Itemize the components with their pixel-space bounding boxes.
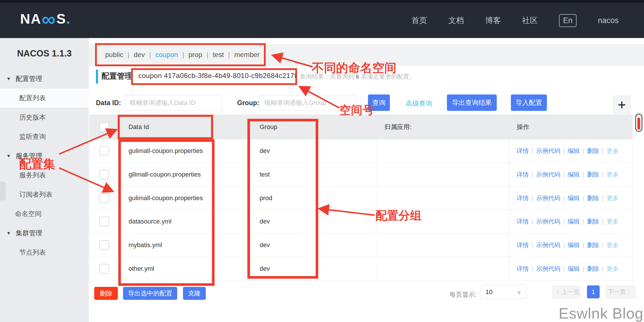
sidebar-item-config-list[interactable]: 配置列表 (0, 88, 89, 108)
sample-code-link[interactable]: 示例代码 (536, 265, 560, 273)
page-size-select[interactable]: 10 ∨ (480, 285, 527, 299)
edit-link[interactable]: 编辑 (568, 265, 580, 273)
sidebar-item-history-versions[interactable]: 历史版本 (0, 108, 89, 127)
sidebar-group-cluster-management[interactable]: ▼ 集群管理 (0, 223, 89, 243)
delete-selected-button[interactable]: 删除 (94, 287, 118, 300)
more-link[interactable]: 更多 (607, 147, 619, 155)
edit-link[interactable]: 编辑 (568, 147, 580, 155)
table-row: gulimall-coupon.properties prod 详情| 示例代码… (90, 186, 632, 210)
sample-code-link[interactable]: 示例代码 (536, 194, 560, 202)
sidebar-item-node-list[interactable]: 节点列表 (0, 243, 89, 262)
delete-link[interactable]: 删除 (587, 241, 599, 249)
namespace-tab[interactable]: member (230, 51, 264, 59)
sidebar-item-subscriber-list[interactable]: 订阅者列表 (0, 185, 89, 204)
select-all-checkbox[interactable] (99, 122, 109, 132)
watermark: Eswlnk Blog (559, 305, 643, 322)
row-checkbox[interactable] (99, 146, 109, 156)
more-link[interactable]: 更多 (607, 194, 619, 202)
row-checkbox[interactable] (99, 240, 109, 250)
current-page-button[interactable]: 1 (587, 285, 600, 298)
top-nav: 首页 文档 博客 社区 En nacos (411, 3, 619, 38)
sidebar-edge-handle[interactable] (0, 181, 6, 200)
import-config-button[interactable]: 导入配置 (511, 94, 547, 111)
action-divider: | (532, 265, 533, 272)
action-divider: | (532, 171, 533, 178)
edit-link[interactable]: 编辑 (568, 241, 580, 249)
nav-blog[interactable]: 博客 (485, 15, 501, 26)
namespace-tab[interactable]: public (101, 51, 128, 59)
col-header-group: Group (250, 115, 376, 139)
namespace-tab[interactable]: prop (184, 51, 207, 59)
detail-link[interactable]: 详情 (517, 217, 529, 226)
cell-group: dev (250, 139, 376, 163)
language-toggle[interactable]: En (559, 14, 577, 27)
nav-home[interactable]: 首页 (411, 15, 427, 26)
more-link[interactable]: 更多 (607, 171, 619, 179)
nav-community[interactable]: 社区 (522, 15, 538, 26)
table-row: gulimall-coupon.properties dev 详情| 示例代码|… (90, 139, 632, 163)
export-results-button[interactable]: 导出查询结果 (447, 94, 497, 111)
delete-link[interactable]: 删除 (587, 217, 599, 226)
username[interactable]: nacos (598, 16, 619, 25)
export-selected-button[interactable]: 导出选中的配置 (123, 287, 177, 300)
infinity-icon: ∞ (41, 12, 56, 26)
cell-group: test (250, 163, 376, 186)
detail-link[interactable]: 详情 (517, 171, 529, 179)
query-button[interactable]: 查询 (368, 94, 390, 111)
config-table: Data Id Group 归属应用: 操作 gulimall-coupon.p… (89, 115, 633, 281)
nav-docs[interactable]: 文档 (448, 15, 464, 26)
sidebar-item-service-list[interactable]: 服务列表 (0, 166, 89, 185)
sidebar-group-config-management[interactable]: ▼ 配置管理 (0, 69, 89, 88)
sample-code-link[interactable]: 示例代码 (536, 241, 560, 249)
cell-app (376, 257, 509, 280)
detail-link[interactable]: 详情 (517, 265, 529, 273)
namespace-tab[interactable]: dev (129, 51, 149, 59)
action-divider: | (563, 171, 564, 178)
detail-link[interactable]: 详情 (517, 194, 529, 202)
action-divider: | (583, 265, 584, 272)
next-page-button[interactable]: 下一页 〉 (606, 285, 636, 298)
action-divider: | (563, 242, 564, 249)
sidebar: NACOS 1.1.3 ▼ 配置管理 配置列表 历史版本 监听查询 ▼ 服务管理… (0, 38, 89, 322)
namespace-tab[interactable]: test (208, 51, 228, 59)
delete-link[interactable]: 删除 (587, 265, 599, 273)
result-prefix: 查询结果：共查询到 (300, 73, 356, 80)
namespace-id-value: coupon 417a06cb-3f8e-4b49-8010-c9b2684c2… (138, 72, 296, 80)
sample-code-link[interactable]: 示例代码 (536, 217, 560, 226)
dataid-label: Data ID: (96, 99, 121, 107)
add-config-button[interactable]: + (613, 96, 630, 114)
row-checkbox[interactable] (99, 193, 109, 203)
delete-link[interactable]: 删除 (587, 194, 599, 202)
more-link[interactable]: 更多 (607, 265, 619, 273)
cell-group: dev (250, 210, 376, 233)
clone-button[interactable]: 克隆 (183, 287, 206, 300)
edit-link[interactable]: 编辑 (568, 217, 580, 226)
row-checkbox[interactable] (99, 170, 109, 179)
sidebar-item-namespace[interactable]: 命名空间 (0, 204, 89, 223)
prev-page-button[interactable]: 〈 上一页 (552, 285, 581, 298)
row-checkbox[interactable] (99, 264, 109, 274)
sidebar-group-service-management[interactable]: ▼ 服务管理 (0, 146, 89, 166)
detail-link[interactable]: 详情 (517, 147, 529, 155)
namespace-tab-bar: public | dev | coupon | prop | test | me… (89, 44, 644, 66)
delete-link[interactable]: 删除 (587, 147, 599, 155)
caret-down-icon: ▼ (6, 76, 11, 82)
advanced-query-link[interactable]: 高级查询 (406, 99, 432, 108)
namespace-tab-active[interactable]: coupon (151, 51, 182, 59)
sample-code-link[interactable]: 示例代码 (536, 147, 560, 155)
group-input[interactable] (259, 95, 357, 111)
sidebar-item-listening-query[interactable]: 监听查询 (0, 127, 89, 146)
detail-link[interactable]: 详情 (517, 241, 529, 249)
sample-code-link[interactable]: 示例代码 (536, 171, 560, 179)
main-content: public | dev | coupon | prop | test | me… (89, 38, 644, 322)
edit-link[interactable]: 编辑 (568, 194, 580, 202)
more-link[interactable]: 更多 (607, 241, 619, 249)
dataid-input[interactable] (125, 95, 222, 111)
action-divider: | (583, 218, 584, 225)
cell-app (376, 210, 509, 233)
row-checkbox[interactable] (99, 217, 109, 226)
delete-link[interactable]: 删除 (587, 171, 599, 179)
edit-link[interactable]: 编辑 (568, 171, 580, 179)
nacos-logo[interactable]: NA ∞ S . (20, 11, 71, 27)
more-link[interactable]: 更多 (607, 217, 619, 226)
